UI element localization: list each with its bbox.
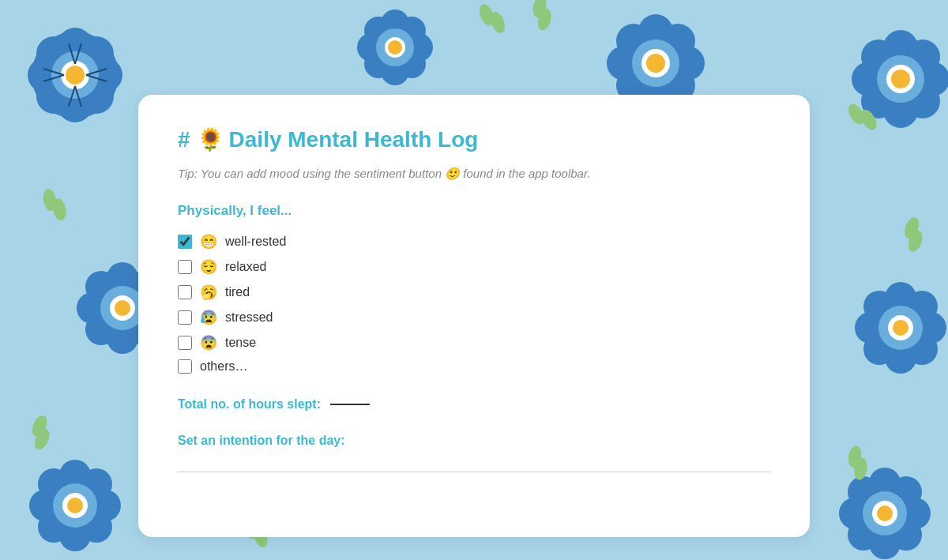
svg-point-32 — [660, 24, 695, 58]
label-well-rested: well-rested — [225, 235, 286, 249]
emoji-relaxed: 😌 — [200, 258, 217, 276]
svg-point-106 — [51, 197, 68, 221]
svg-point-67 — [906, 333, 938, 365]
svg-point-89 — [890, 519, 922, 551]
svg-point-108 — [32, 427, 52, 452]
svg-point-90 — [869, 528, 901, 559]
title-hash: # — [178, 127, 190, 152]
svg-point-8 — [36, 36, 71, 71]
svg-point-68 — [885, 342, 916, 374]
checkbox-others[interactable] — [178, 359, 192, 374]
label-others: others… — [200, 359, 247, 374]
emoji-stressed: 😰 — [200, 309, 217, 326]
checkbox-tense[interactable] — [178, 336, 192, 350]
svg-point-24 — [381, 57, 409, 85]
svg-point-46 — [883, 93, 918, 128]
svg-point-75 — [59, 460, 91, 491]
list-item: 🥱 tired — [178, 284, 770, 301]
svg-point-21 — [397, 17, 426, 45]
emoji-tense: 😨 — [200, 334, 217, 351]
svg-point-112 — [852, 457, 869, 481]
svg-point-6 — [36, 79, 71, 114]
svg-point-87 — [890, 476, 922, 508]
svg-point-81 — [29, 490, 61, 521]
list-item: 😰 stressed — [178, 309, 770, 326]
svg-point-4 — [79, 79, 114, 114]
svg-point-76 — [81, 468, 112, 500]
svg-point-74 — [893, 320, 908, 336]
svg-point-91 — [848, 519, 879, 551]
svg-point-103 — [902, 216, 922, 241]
svg-point-11 — [66, 66, 85, 85]
list-item: others… — [178, 359, 770, 374]
svg-point-45 — [905, 84, 940, 118]
svg-point-27 — [364, 17, 393, 45]
label-stressed: stressed — [225, 310, 273, 325]
hours-underline — [330, 404, 370, 405]
svg-point-101 — [845, 101, 867, 126]
list-item: 😁 well-rested — [178, 233, 770, 250]
label-relaxed: relaxed — [225, 260, 266, 274]
svg-point-111 — [847, 445, 863, 468]
checkbox-tired[interactable] — [178, 285, 192, 299]
svg-point-66 — [915, 312, 946, 344]
main-card: # 🌻 Daily Mental Health Log Tip: You can… — [138, 95, 810, 537]
svg-point-57 — [107, 322, 138, 354]
svg-point-80 — [38, 511, 70, 543]
svg-point-99 — [531, 0, 549, 19]
list-item: 😨 tense — [178, 334, 770, 351]
svg-line-14 — [86, 69, 107, 75]
svg-point-48 — [852, 62, 886, 96]
svg-point-47 — [861, 84, 896, 118]
svg-point-69 — [863, 333, 895, 365]
svg-point-37 — [607, 46, 641, 81]
svg-point-73 — [888, 315, 913, 340]
svg-point-22 — [404, 33, 433, 62]
list-item: 😌 relaxed — [178, 258, 770, 276]
checkbox-well-rested[interactable] — [178, 235, 192, 249]
svg-point-5 — [58, 88, 92, 122]
label-tense: tense — [225, 336, 256, 350]
checkbox-relaxed[interactable] — [178, 260, 192, 274]
svg-point-39 — [632, 39, 679, 87]
svg-point-9 — [51, 51, 99, 99]
svg-point-2 — [79, 36, 114, 71]
svg-point-25 — [364, 50, 393, 78]
svg-point-71 — [863, 291, 895, 322]
svg-line-18 — [43, 75, 64, 81]
svg-point-82 — [38, 468, 70, 500]
svg-point-105 — [42, 188, 58, 212]
svg-point-51 — [886, 65, 915, 93]
title-text: Daily Mental Health Log — [229, 127, 479, 152]
svg-line-16 — [75, 86, 81, 107]
tip-text: Tip: You can add mood using the sentimen… — [178, 167, 770, 181]
hours-label-text: Total no. of hours slept: — [178, 397, 321, 412]
svg-point-20 — [381, 9, 409, 38]
svg-point-98 — [488, 10, 508, 36]
svg-point-78 — [81, 511, 112, 543]
svg-line-12 — [69, 43, 75, 64]
svg-point-28 — [376, 28, 414, 66]
svg-point-72 — [878, 306, 923, 350]
svg-point-104 — [905, 228, 925, 254]
checkbox-stressed[interactable] — [178, 310, 192, 325]
svg-point-107 — [29, 413, 50, 438]
svg-point-42 — [883, 30, 918, 65]
svg-point-29 — [385, 37, 405, 58]
svg-point-84 — [62, 493, 88, 518]
label-tired: tired — [225, 285, 250, 299]
svg-point-38 — [616, 24, 651, 58]
svg-point-88 — [899, 498, 931, 529]
svg-point-1 — [58, 28, 92, 62]
svg-point-33 — [670, 46, 705, 81]
svg-point-59 — [77, 292, 108, 324]
svg-point-30 — [388, 40, 402, 54]
svg-point-64 — [885, 282, 916, 314]
svg-point-60 — [85, 271, 117, 303]
svg-point-96 — [877, 506, 893, 521]
emoji-well-rested: 😁 — [200, 233, 217, 250]
svg-point-58 — [85, 314, 117, 345]
svg-point-62 — [110, 295, 135, 321]
physical-section-label: Physically, I feel... — [178, 203, 770, 219]
svg-point-86 — [869, 468, 901, 499]
